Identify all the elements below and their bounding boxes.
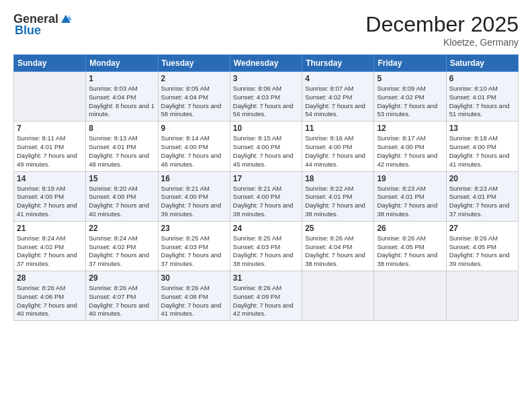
calendar-week-row: 1Sunrise: 8:03 AMSunset: 4:04 PMDaylight… xyxy=(14,72,519,122)
day-number: 19 xyxy=(377,174,443,183)
calendar-cell: 19Sunrise: 8:23 AMSunset: 4:01 PMDayligh… xyxy=(374,171,446,221)
calendar-cell: 8Sunrise: 8:13 AMSunset: 4:01 PMDaylight… xyxy=(86,122,158,171)
col-header-friday: Friday xyxy=(374,55,446,72)
calendar-cell: 5Sunrise: 8:09 AMSunset: 4:02 PMDaylight… xyxy=(374,72,446,122)
day-number: 9 xyxy=(161,124,227,133)
header: General Blue December 2025 Kloetze, Germ… xyxy=(13,12,519,48)
calendar-cell: 4Sunrise: 8:07 AMSunset: 4:02 PMDaylight… xyxy=(302,72,374,122)
calendar-cell: 7Sunrise: 8:11 AMSunset: 4:01 PMDaylight… xyxy=(14,122,86,171)
calendar-cell xyxy=(302,271,374,321)
day-info: Sunrise: 8:23 AMSunset: 4:01 PMDaylight:… xyxy=(377,185,443,219)
day-number: 29 xyxy=(89,273,154,283)
logo: General Blue xyxy=(13,12,72,38)
day-number: 28 xyxy=(17,273,83,283)
day-info: Sunrise: 8:13 AMSunset: 4:01 PMDaylight:… xyxy=(89,134,154,169)
day-info: Sunrise: 8:26 AMSunset: 4:08 PMDaylight:… xyxy=(161,284,227,318)
day-info: Sunrise: 8:05 AMSunset: 4:04 PMDaylight:… xyxy=(161,85,227,119)
calendar-cell: 20Sunrise: 8:23 AMSunset: 4:01 PMDayligh… xyxy=(446,171,518,221)
day-info: Sunrise: 8:26 AMSunset: 4:05 PMDaylight:… xyxy=(449,234,515,269)
calendar-cell: 28Sunrise: 8:26 AMSunset: 4:06 PMDayligh… xyxy=(14,271,86,321)
day-number: 27 xyxy=(449,224,515,233)
day-number: 10 xyxy=(233,124,299,133)
calendar-cell: 15Sunrise: 8:20 AMSunset: 4:00 PMDayligh… xyxy=(86,171,158,221)
calendar-cell: 25Sunrise: 8:26 AMSunset: 4:04 PMDayligh… xyxy=(302,221,374,271)
calendar-cell xyxy=(14,72,86,122)
calendar-cell: 3Sunrise: 8:06 AMSunset: 4:03 PMDaylight… xyxy=(230,72,302,122)
calendar-header-row: SundayMondayTuesdayWednesdayThursdayFrid… xyxy=(14,55,519,72)
calendar-cell: 9Sunrise: 8:14 AMSunset: 4:00 PMDaylight… xyxy=(158,122,230,171)
calendar-cell: 12Sunrise: 8:17 AMSunset: 4:00 PMDayligh… xyxy=(374,122,446,171)
calendar-cell: 27Sunrise: 8:26 AMSunset: 4:05 PMDayligh… xyxy=(446,221,518,271)
col-header-tuesday: Tuesday xyxy=(158,55,230,72)
day-info: Sunrise: 8:21 AMSunset: 4:00 PMDaylight:… xyxy=(161,185,227,219)
calendar-week-row: 14Sunrise: 8:19 AMSunset: 4:00 PMDayligh… xyxy=(14,171,519,221)
day-number: 14 xyxy=(17,174,83,183)
title-area: December 2025 Kloetze, Germany xyxy=(365,12,519,48)
day-number: 25 xyxy=(305,224,371,233)
day-info: Sunrise: 8:19 AMSunset: 4:00 PMDaylight:… xyxy=(17,185,83,219)
day-info: Sunrise: 8:06 AMSunset: 4:03 PMDaylight:… xyxy=(233,85,299,119)
day-info: Sunrise: 8:15 AMSunset: 4:00 PMDaylight:… xyxy=(233,134,299,169)
calendar-cell: 2Sunrise: 8:05 AMSunset: 4:04 PMDaylight… xyxy=(158,72,230,122)
calendar-cell: 30Sunrise: 8:26 AMSunset: 4:08 PMDayligh… xyxy=(158,271,230,321)
day-number: 23 xyxy=(161,224,227,233)
day-number: 3 xyxy=(233,74,299,83)
day-number: 13 xyxy=(449,124,515,133)
day-info: Sunrise: 8:11 AMSunset: 4:01 PMDaylight:… xyxy=(17,134,83,169)
day-number: 30 xyxy=(161,273,227,283)
day-number: 11 xyxy=(305,124,371,133)
calendar-week-row: 21Sunrise: 8:24 AMSunset: 4:02 PMDayligh… xyxy=(14,221,519,271)
calendar: SundayMondayTuesdayWednesdayThursdayFrid… xyxy=(13,54,519,321)
day-info: Sunrise: 8:26 AMSunset: 4:06 PMDaylight:… xyxy=(17,284,83,318)
day-info: Sunrise: 8:26 AMSunset: 4:09 PMDaylight:… xyxy=(233,284,299,318)
day-info: Sunrise: 8:03 AMSunset: 4:04 PMDaylight:… xyxy=(89,85,154,119)
logo-icon xyxy=(60,13,72,26)
calendar-week-row: 28Sunrise: 8:26 AMSunset: 4:06 PMDayligh… xyxy=(14,271,519,321)
day-number: 20 xyxy=(449,174,515,183)
day-number: 6 xyxy=(449,74,515,83)
day-info: Sunrise: 8:17 AMSunset: 4:00 PMDaylight:… xyxy=(377,134,443,169)
calendar-cell: 21Sunrise: 8:24 AMSunset: 4:02 PMDayligh… xyxy=(14,221,86,271)
calendar-cell: 31Sunrise: 8:26 AMSunset: 4:09 PMDayligh… xyxy=(230,271,302,321)
day-number: 2 xyxy=(161,74,227,83)
day-number: 4 xyxy=(305,74,371,83)
calendar-cell: 11Sunrise: 8:16 AMSunset: 4:00 PMDayligh… xyxy=(302,122,374,171)
calendar-cell: 16Sunrise: 8:21 AMSunset: 4:00 PMDayligh… xyxy=(158,171,230,221)
day-info: Sunrise: 8:20 AMSunset: 4:00 PMDaylight:… xyxy=(89,185,154,219)
logo-blue: Blue xyxy=(13,24,41,38)
day-number: 16 xyxy=(161,174,227,183)
calendar-cell: 10Sunrise: 8:15 AMSunset: 4:00 PMDayligh… xyxy=(230,122,302,171)
day-info: Sunrise: 8:10 AMSunset: 4:01 PMDaylight:… xyxy=(449,85,515,119)
day-info: Sunrise: 8:25 AMSunset: 4:03 PMDaylight:… xyxy=(233,234,299,269)
calendar-week-row: 7Sunrise: 8:11 AMSunset: 4:01 PMDaylight… xyxy=(14,122,519,171)
day-number: 12 xyxy=(377,124,443,133)
location: Kloetze, Germany xyxy=(365,37,519,48)
col-header-sunday: Sunday xyxy=(14,55,86,72)
day-info: Sunrise: 8:18 AMSunset: 4:00 PMDaylight:… xyxy=(449,134,515,169)
calendar-cell: 18Sunrise: 8:22 AMSunset: 4:01 PMDayligh… xyxy=(302,171,374,221)
calendar-cell xyxy=(374,271,446,321)
day-number: 8 xyxy=(89,124,154,133)
calendar-cell xyxy=(446,271,518,321)
col-header-monday: Monday xyxy=(86,55,158,72)
day-info: Sunrise: 8:24 AMSunset: 4:02 PMDaylight:… xyxy=(89,234,154,269)
day-info: Sunrise: 8:26 AMSunset: 4:07 PMDaylight:… xyxy=(89,284,154,318)
calendar-cell: 29Sunrise: 8:26 AMSunset: 4:07 PMDayligh… xyxy=(86,271,158,321)
day-number: 7 xyxy=(17,124,83,133)
day-info: Sunrise: 8:22 AMSunset: 4:01 PMDaylight:… xyxy=(305,185,371,219)
day-number: 21 xyxy=(17,224,83,233)
calendar-cell: 24Sunrise: 8:25 AMSunset: 4:03 PMDayligh… xyxy=(230,221,302,271)
day-info: Sunrise: 8:24 AMSunset: 4:02 PMDaylight:… xyxy=(17,234,83,269)
calendar-cell: 14Sunrise: 8:19 AMSunset: 4:00 PMDayligh… xyxy=(14,171,86,221)
calendar-cell: 26Sunrise: 8:26 AMSunset: 4:05 PMDayligh… xyxy=(374,221,446,271)
calendar-cell: 22Sunrise: 8:24 AMSunset: 4:02 PMDayligh… xyxy=(86,221,158,271)
day-number: 26 xyxy=(377,224,443,233)
day-number: 18 xyxy=(305,174,371,183)
day-info: Sunrise: 8:26 AMSunset: 4:04 PMDaylight:… xyxy=(305,234,371,269)
day-number: 5 xyxy=(377,74,443,83)
calendar-cell: 13Sunrise: 8:18 AMSunset: 4:00 PMDayligh… xyxy=(446,122,518,171)
day-info: Sunrise: 8:07 AMSunset: 4:02 PMDaylight:… xyxy=(305,85,371,119)
day-info: Sunrise: 8:16 AMSunset: 4:00 PMDaylight:… xyxy=(305,134,371,169)
day-info: Sunrise: 8:25 AMSunset: 4:03 PMDaylight:… xyxy=(161,234,227,269)
day-number: 1 xyxy=(89,74,154,83)
